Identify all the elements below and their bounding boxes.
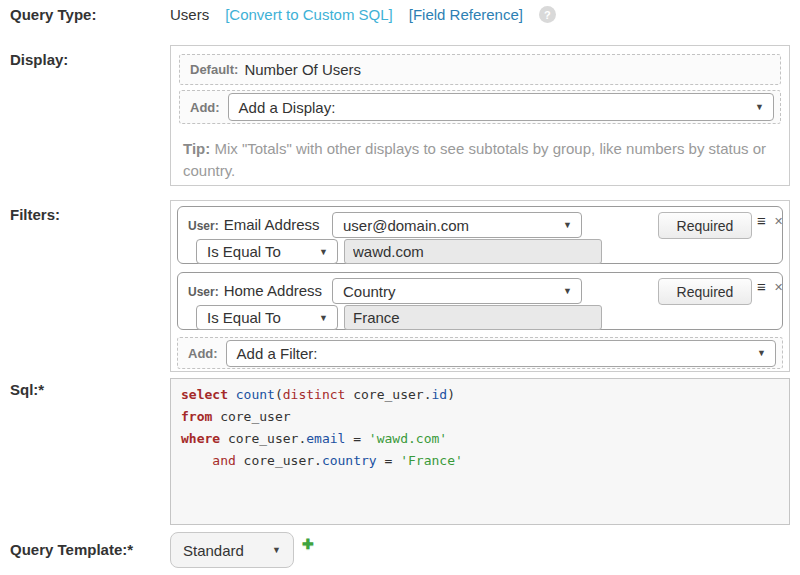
sql-code: select count(distinct core_user.id)from …: [181, 384, 779, 472]
filter-row-email: User: Email Address user@domain.com ▼ Re…: [177, 206, 783, 264]
dropdown-arrow-icon: ▼: [757, 348, 766, 358]
drag-handle-icon[interactable]: ≡: [757, 213, 766, 229]
default-label: Default:: [190, 62, 238, 77]
display-default-row: Default: Number Of Users: [179, 54, 781, 85]
add-display-select-value: Add a Display:: [239, 99, 336, 116]
dropdown-arrow-icon: ▼: [755, 102, 764, 112]
filter-row-country: User: Home Address Country ▼ Required ≡ …: [177, 272, 783, 330]
dropdown-arrow-icon: ▼: [563, 220, 572, 230]
filter-entity-group: Email Address: [224, 216, 320, 233]
add-filter-row: Add: Add a Filter: ▼: [177, 337, 783, 369]
tip-text: Mix "Totals" with other displays to see …: [183, 140, 766, 179]
add-filter-select-value: Add a Filter:: [237, 345, 318, 362]
field-reference-link[interactable]: [Field Reference]: [409, 6, 523, 23]
display-tip: Tip: Mix "Totals" with other displays to…: [183, 138, 775, 182]
filter-field-select[interactable]: Country ▼: [332, 278, 582, 304]
filter-value-input[interactable]: [344, 239, 602, 264]
drag-handle-icon[interactable]: ≡: [757, 279, 766, 295]
remove-filter-icon[interactable]: ✕: [774, 215, 783, 227]
filter-entity: User: Email Address: [188, 216, 320, 233]
filters-label: Filters:: [10, 206, 60, 223]
filters-section: User: Email Address user@domain.com ▼ Re…: [170, 200, 790, 372]
filter-operator-value: Is Equal To: [207, 243, 281, 260]
dropdown-arrow-icon: ▼: [319, 247, 328, 257]
query-builder-form: Query Type: Users [Convert to Custom SQL…: [0, 0, 800, 575]
query-template-label: Query Template:*: [10, 541, 133, 558]
help-icon[interactable]: ?: [539, 6, 556, 23]
add-filter-select[interactable]: Add a Filter: ▼: [226, 340, 776, 367]
add-display-row: Add: Add a Display: ▼: [179, 90, 781, 124]
filter-operator-select[interactable]: Is Equal To ▼: [196, 239, 338, 264]
add-display-select[interactable]: Add a Display: ▼: [228, 93, 774, 121]
display-section: Default: Number Of Users Add: Add a Disp…: [170, 45, 790, 186]
query-template-select[interactable]: Standard ▼: [170, 532, 294, 568]
query-type-row: Users [Convert to Custom SQL] [Field Ref…: [170, 6, 556, 23]
query-type-value: Users: [170, 6, 209, 23]
dropdown-arrow-icon: ▼: [272, 545, 281, 555]
sql-label: Sql:*: [10, 381, 44, 398]
filter-entity-label: User:: [188, 285, 219, 299]
query-type-label: Query Type:: [10, 6, 96, 23]
query-template-value: Standard: [183, 542, 244, 559]
add-display-label: Add:: [190, 100, 220, 115]
filter-field-select[interactable]: user@domain.com ▼: [332, 212, 582, 238]
remove-filter-icon[interactable]: ✕: [774, 281, 783, 293]
required-button[interactable]: Required: [658, 278, 752, 305]
tip-label: Tip:: [183, 140, 210, 157]
display-label: Display:: [10, 51, 68, 68]
add-filter-label: Add:: [188, 346, 218, 361]
filter-field-select-value: Country: [343, 283, 396, 300]
sql-editor[interactable]: select count(distinct core_user.id)from …: [170, 378, 790, 525]
add-template-icon[interactable]: ✚: [302, 536, 314, 552]
default-display-value: Number Of Users: [244, 61, 361, 78]
filter-entity: User: Home Address: [188, 282, 322, 299]
filter-operator-select[interactable]: Is Equal To ▼: [196, 305, 338, 330]
filter-entity-label: User:: [188, 219, 219, 233]
filter-value-input[interactable]: [344, 305, 602, 330]
convert-to-custom-sql-link[interactable]: [Convert to Custom SQL]: [225, 6, 393, 23]
dropdown-arrow-icon: ▼: [319, 313, 328, 323]
filter-field-select-value: user@domain.com: [343, 217, 469, 234]
filter-operator-value: Is Equal To: [207, 309, 281, 326]
filter-entity-group: Home Address: [224, 282, 322, 299]
required-button[interactable]: Required: [658, 212, 752, 239]
dropdown-arrow-icon: ▼: [563, 286, 572, 296]
